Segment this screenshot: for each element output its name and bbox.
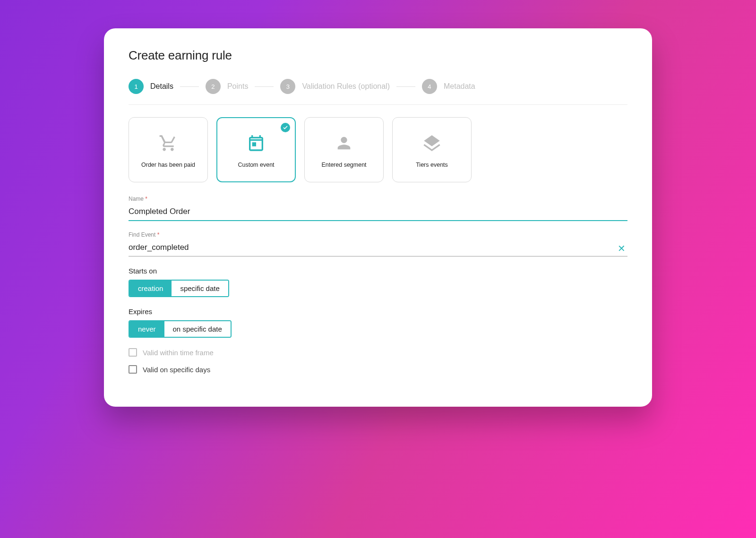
label-text: Name <box>129 196 144 202</box>
step-number: 3 <box>280 79 295 94</box>
step-divider <box>396 86 415 87</box>
required-marker: * <box>145 196 147 202</box>
valid-specific-days-label: Valid on specific days <box>143 366 210 374</box>
event-card-order-paid[interactable]: Order has been paid <box>129 117 208 182</box>
expires-specific-button[interactable]: on specific date <box>164 321 231 337</box>
required-marker: * <box>157 231 160 238</box>
step-number: 2 <box>206 79 221 94</box>
event-type-selector: Order has been paid Custom event Entered… <box>129 117 627 182</box>
expires-label: Expires <box>129 307 627 316</box>
expires-toggle: never on specific date <box>129 320 232 338</box>
step-divider <box>180 86 199 87</box>
valid-timeframe-checkbox[interactable] <box>129 348 137 357</box>
clear-event-button[interactable]: ✕ <box>616 242 627 255</box>
starts-on-creation-button[interactable]: creation <box>129 281 172 296</box>
card-label: Entered segment <box>321 162 366 168</box>
starts-on-section: Starts on creation specific date <box>129 267 627 307</box>
valid-specific-days-checkbox[interactable] <box>129 365 137 374</box>
step-divider <box>255 86 274 87</box>
step-points[interactable]: 2 Points <box>206 79 248 94</box>
starts-on-label: Starts on <box>129 267 627 275</box>
starts-on-specific-button[interactable]: specific date <box>172 281 228 296</box>
layers-icon <box>422 131 441 155</box>
event-card-entered-segment[interactable]: Entered segment <box>304 117 384 182</box>
card-label: Tiers events <box>416 162 448 168</box>
step-label: Details <box>150 82 173 91</box>
check-icon <box>281 123 290 132</box>
step-number: 1 <box>129 79 144 94</box>
find-event-input[interactable] <box>129 240 627 256</box>
name-field: Name * <box>129 196 627 221</box>
name-input[interactable] <box>129 204 627 221</box>
calendar-icon <box>247 131 266 155</box>
card-label: Custom event <box>238 162 274 168</box>
cart-icon <box>158 131 179 155</box>
card-label: Order has been paid <box>141 162 195 168</box>
expires-section: Expires never on specific date <box>129 307 627 348</box>
find-event-field: Find Event * ✕ <box>129 231 627 256</box>
step-details[interactable]: 1 Details <box>129 79 173 94</box>
step-metadata[interactable]: 4 Metadata <box>422 79 475 94</box>
event-card-tiers-events[interactable]: Tiers events <box>392 117 472 182</box>
find-event-label: Find Event * <box>129 231 627 238</box>
step-label: Points <box>227 82 248 91</box>
name-label: Name * <box>129 196 627 202</box>
event-card-custom-event[interactable]: Custom event <box>216 117 296 182</box>
valid-timeframe-row: Valid within time frame <box>129 348 627 357</box>
close-icon: ✕ <box>618 243 626 254</box>
page-title: Create earning rule <box>129 48 627 63</box>
person-icon <box>335 131 353 155</box>
step-number: 4 <box>422 79 437 94</box>
starts-on-toggle: creation specific date <box>129 280 229 297</box>
valid-specific-days-row: Valid on specific days <box>129 365 627 374</box>
expires-never-button[interactable]: never <box>129 321 164 337</box>
step-validation-rules[interactable]: 3 Validation Rules (optional) <box>280 79 390 94</box>
stepper: 1 Details 2 Points 3 Validation Rules (o… <box>129 79 627 105</box>
create-rule-card: Create earning rule 1 Details 2 Points 3… <box>104 28 652 407</box>
step-label: Validation Rules (optional) <box>302 82 390 91</box>
step-label: Metadata <box>444 82 475 91</box>
label-text: Find Event <box>129 231 155 238</box>
valid-timeframe-label: Valid within time frame <box>143 349 214 357</box>
